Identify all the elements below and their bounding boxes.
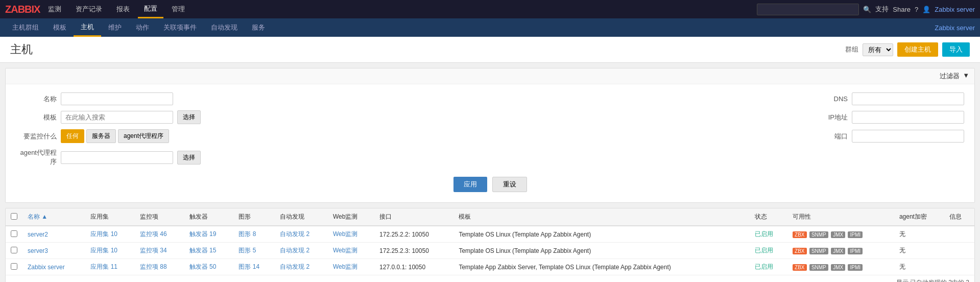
agent-select-button[interactable]: 选择 [177, 151, 201, 165]
th-name[interactable]: 名称 ▲ [22, 208, 85, 226]
web-link[interactable]: Web监测 [333, 247, 357, 254]
page-actions: 群组 所有 创建主机 导入 [845, 42, 970, 57]
top-search-input[interactable] [757, 4, 859, 15]
subnav-maintenance[interactable]: 维护 [101, 18, 129, 37]
trigger-link[interactable]: 触发器 15 [189, 247, 217, 254]
row-template: Template App Zabbix Server, Template OS … [453, 259, 749, 275]
agent-label: agent代理程序 [16, 148, 57, 167]
auto-link[interactable]: 自动发现 2 [280, 263, 309, 270]
support-link[interactable]: 支持 [875, 5, 889, 14]
appset-link[interactable]: 应用集 10 [90, 247, 117, 254]
auto-link[interactable]: 自动发现 2 [280, 247, 309, 254]
th-autodiscovery: 自动发现 [275, 208, 328, 226]
graph-link[interactable]: 图形 8 [238, 230, 256, 238]
nav-admin[interactable]: 管理 [165, 0, 191, 18]
subnav-discovery[interactable]: 自动发现 [204, 18, 245, 37]
filter-toggle[interactable]: 过滤器 ▼ [6, 68, 974, 84]
agent-input[interactable] [61, 151, 173, 164]
dns-input[interactable] [852, 92, 964, 105]
status-link[interactable]: 已启用 [755, 230, 773, 238]
ipmi-tag: IPMI [848, 248, 863, 254]
share-link[interactable]: Share [893, 6, 911, 13]
group-select[interactable]: 所有 [863, 43, 893, 56]
nav-monitor[interactable]: 监测 [42, 0, 67, 18]
host-name-link[interactable]: Zabbix server [28, 264, 65, 271]
user-icon[interactable]: 👤 [922, 6, 930, 13]
host-table: 名称 ▲ 应用集 监控项 触发器 图形 自动发现 Web监测 接口 模板 状态 … [6, 208, 974, 275]
create-host-button[interactable]: 创建主机 [897, 42, 938, 57]
ipmi-tag: IPMI [848, 264, 863, 271]
monitor-link[interactable]: 监控项 34 [140, 247, 167, 254]
name-input[interactable] [61, 92, 173, 105]
template-search-input[interactable] [61, 111, 173, 124]
subnav-correlation[interactable]: 关联项事件 [156, 18, 204, 37]
row-status: 已启用 [750, 226, 788, 243]
table-row: server3 应用集 10 监控项 34 触发器 15 图形 5 自动发现 2… [6, 243, 974, 259]
th-interface: 接口 [374, 208, 453, 226]
row-availability: ZBX SNMP JMX IPMI [787, 226, 894, 243]
table-row: Zabbix server 应用集 11 监控项 88 触发器 50 图形 14… [6, 259, 974, 275]
help-icon[interactable]: ? [915, 6, 918, 13]
reset-button[interactable]: 重设 [492, 177, 527, 192]
subnav-hostgroup[interactable]: 主机群组 [5, 18, 46, 37]
monitor-server-button[interactable]: 服务器 [86, 129, 116, 143]
status-link[interactable]: 已启用 [755, 263, 773, 270]
zbx-tag: ZBX [793, 264, 806, 271]
row-monitor: 监控项 46 [135, 226, 184, 243]
template-select-button[interactable]: 选择 [177, 110, 201, 124]
port-input[interactable] [852, 130, 964, 143]
row-graph: 图形 8 [233, 226, 275, 243]
host-name-link[interactable]: server3 [28, 247, 48, 254]
filter-template-group: 模板 选择 [16, 110, 201, 124]
appset-link[interactable]: 应用集 10 [90, 230, 117, 238]
th-appset: 应用集 [85, 208, 135, 226]
host-name-link[interactable]: server2 [28, 231, 48, 238]
table-section: 名称 ▲ 应用集 监控项 触发器 图形 自动发现 Web监测 接口 模板 状态 … [5, 208, 975, 282]
monitor-link[interactable]: 监控项 88 [140, 263, 167, 270]
row-checkbox[interactable] [11, 263, 17, 270]
nav-reports[interactable]: 报表 [110, 0, 136, 18]
subnav-host[interactable]: 主机 [74, 18, 101, 37]
nav-config[interactable]: 配置 [138, 0, 163, 18]
trigger-link[interactable]: 触发器 19 [189, 230, 217, 238]
monitor-any-button[interactable]: 任何 [61, 129, 84, 143]
web-link[interactable]: Web监测 [333, 263, 357, 270]
filter-agent-group: agent代理程序 选择 [16, 148, 201, 167]
row-checkbox[interactable] [11, 230, 17, 237]
ip-input[interactable] [852, 111, 964, 124]
name-label: 名称 [16, 95, 57, 104]
row-web: Web监测 [328, 259, 374, 275]
filter-row-3: 要监控什么 任何 服务器 agent代理程序 端口 [16, 129, 964, 143]
monitor-agent-button[interactable]: agent代理程序 [118, 129, 169, 143]
auto-link[interactable]: 自动发现 2 [280, 230, 309, 238]
th-web: Web监测 [328, 208, 374, 226]
apply-button[interactable]: 应用 [453, 177, 487, 192]
row-checkbox[interactable] [11, 247, 17, 253]
row-web: Web监测 [328, 243, 374, 259]
search-icon[interactable]: 🔍 [863, 6, 871, 13]
import-button[interactable]: 导入 [942, 42, 970, 57]
subnav-action[interactable]: 动作 [129, 18, 156, 37]
graph-link[interactable]: 图形 14 [238, 263, 259, 270]
select-all-checkbox[interactable] [11, 213, 17, 220]
nav-assets[interactable]: 资产记录 [69, 0, 108, 18]
filter-label: 过滤器 [940, 72, 960, 81]
row-name: server3 [22, 243, 85, 259]
row-info [944, 243, 974, 259]
jmx-tag: JMX [831, 231, 845, 238]
trigger-link[interactable]: 触发器 50 [189, 263, 217, 270]
row-checkbox-cell [6, 259, 22, 275]
row-encrypt: 无 [894, 259, 944, 275]
subnav-template[interactable]: 模板 [46, 18, 74, 37]
filter-row-4: agent代理程序 选择 [16, 148, 964, 167]
th-checkbox [6, 208, 22, 226]
appset-link[interactable]: 应用集 11 [90, 263, 117, 270]
web-link[interactable]: Web监测 [333, 230, 357, 238]
status-link[interactable]: 已启用 [755, 247, 773, 254]
monitor-link[interactable]: 监控项 46 [140, 230, 167, 238]
port-label: 端口 [807, 132, 848, 141]
subnav-service[interactable]: 服务 [245, 18, 272, 37]
graph-link[interactable]: 图形 5 [238, 247, 256, 254]
template-label: 模板 [16, 113, 57, 122]
th-status: 状态 [750, 208, 788, 226]
